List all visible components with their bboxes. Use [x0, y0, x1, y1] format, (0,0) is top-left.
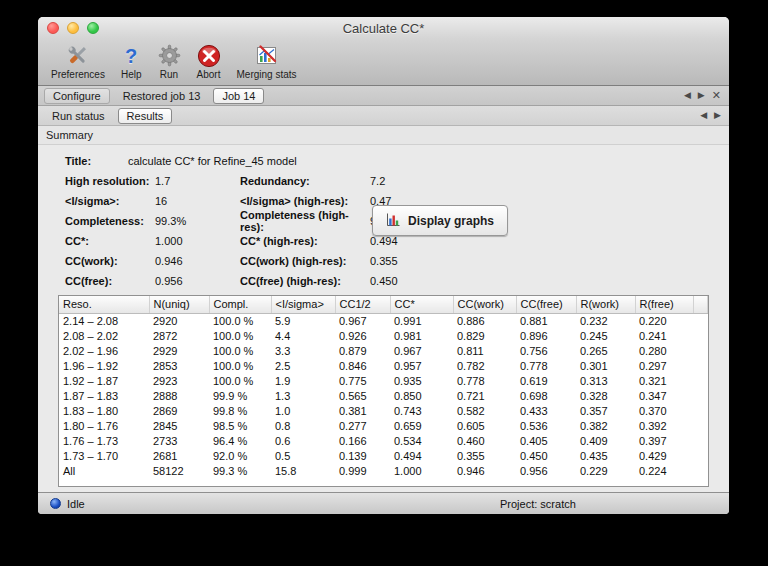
project-label: Project: scratch: [500, 498, 576, 510]
summary-label: Redundancy:: [240, 175, 370, 187]
table-row[interactable]: 1.73 – 1.70268192.0 %0.50.1390.4940.3550…: [59, 448, 708, 463]
table-cell: 1.96 – 1.92: [59, 358, 149, 373]
summary-value: 0.946: [155, 255, 240, 267]
display-graphs-button[interactable]: Display graphs: [372, 205, 508, 236]
summary-value: 1.000: [155, 235, 240, 247]
table-cell-spacer: [693, 373, 708, 388]
subtab-scroll-left-icon[interactable]: ◀: [700, 111, 707, 120]
table-cell: 0.659: [390, 418, 453, 433]
table-cell: 100.0 %: [209, 343, 271, 358]
zoom-window-button[interactable]: [87, 22, 99, 34]
abort-button[interactable]: Abort: [190, 41, 228, 81]
table-row[interactable]: 1.96 – 1.922853100.0 %2.50.8460.9570.782…: [59, 358, 708, 373]
toolbar-item-label: Merging stats: [237, 69, 297, 80]
table-cell-spacer: [693, 328, 708, 343]
table-cell: 0.370: [635, 403, 693, 418]
table-cell: 0.8: [271, 418, 335, 433]
toolbar: Preferences ? Help: [38, 39, 729, 86]
table-cell: 0.241: [635, 328, 693, 343]
table-cell: 2.14 – 2.08: [59, 313, 149, 328]
table-row[interactable]: 1.92 – 1.872923100.0 %1.90.7750.9350.778…: [59, 373, 708, 388]
table-cell: 0.229: [576, 463, 635, 478]
table-cell: 2733: [149, 433, 209, 448]
table-row[interactable]: 2.14 – 2.082920100.0 %5.90.9670.9910.886…: [59, 313, 708, 328]
column-header-compl[interactable]: Compl.: [209, 296, 271, 313]
job-tab-bar: Configure Restored job 13 Job 14 ◀ ▶ ✕: [38, 86, 729, 106]
tab-restored-job-13[interactable]: Restored job 13: [115, 89, 209, 103]
help-button[interactable]: ? Help: [114, 41, 149, 81]
table-cell: 1.92 – 1.87: [59, 373, 149, 388]
column-header-i-sigma[interactable]: <I/sigma>: [271, 296, 335, 313]
close-window-button[interactable]: [47, 22, 59, 34]
table-cell: 1.76 – 1.73: [59, 433, 149, 448]
table-row[interactable]: 2.02 – 1.962929100.0 %3.30.8790.9670.811…: [59, 343, 708, 358]
tab-job-14[interactable]: Job 14: [213, 88, 264, 104]
table-cell: All: [59, 463, 149, 478]
table-cell: 58122: [149, 463, 209, 478]
table-cell: 0.881: [516, 313, 576, 328]
table-cell: 5.9: [271, 313, 335, 328]
table-cell: 0.981: [390, 328, 453, 343]
table-cell: 0.778: [453, 373, 516, 388]
table-cell: 0.321: [635, 373, 693, 388]
tab-results[interactable]: Results: [118, 108, 173, 124]
column-header-n-uniq[interactable]: N(uniq): [149, 296, 209, 313]
table-cell: 99.8 %: [209, 403, 271, 418]
table-cell: 0.534: [390, 433, 453, 448]
traffic-lights: [47, 22, 99, 34]
table-cell: 0.698: [516, 388, 576, 403]
tab-label: Configure: [53, 90, 101, 102]
table-cell-spacer: [693, 433, 708, 448]
column-header-cc-work[interactable]: CC(work): [453, 296, 516, 313]
table-cell: 0.999: [335, 463, 390, 478]
table-cell: 0.991: [390, 313, 453, 328]
table-row[interactable]: All5812299.3 %15.80.9991.0000.9460.9560.…: [59, 463, 708, 478]
summary-panel: Title: calculate CC* for Refine_45 model…: [38, 145, 729, 291]
column-header-cc1-2[interactable]: CC1/2: [335, 296, 390, 313]
column-header-cc-free[interactable]: CC(free): [516, 296, 576, 313]
table-cell: 100.0 %: [209, 313, 271, 328]
tab-run-status[interactable]: Run status: [44, 109, 113, 123]
subtab-scroll-right-icon[interactable]: ▶: [714, 111, 721, 120]
table-row[interactable]: 1.76 – 1.73273396.4 %0.60.1660.5340.4600…: [59, 433, 708, 448]
help-icon: ?: [125, 42, 137, 69]
table-row[interactable]: 2.08 – 2.022872100.0 %4.40.9260.9810.829…: [59, 328, 708, 343]
summary-label: CC*:: [65, 235, 155, 247]
table-row[interactable]: 1.83 – 1.80286999.8 %1.00.3810.7430.5820…: [59, 403, 708, 418]
column-header-r-work[interactable]: R(work): [576, 296, 635, 313]
table-cell: 0.494: [390, 448, 453, 463]
column-header-cc[interactable]: CC*: [390, 296, 453, 313]
tab-close-icon[interactable]: ✕: [712, 90, 721, 101]
result-tab-bar: Run status Results ◀ ▶: [38, 106, 729, 126]
run-button[interactable]: Run: [151, 41, 188, 81]
table-cell: 99.9 %: [209, 388, 271, 403]
table-cell-spacer: [693, 343, 708, 358]
table-cell-spacer: [693, 403, 708, 418]
stats-table-container[interactable]: Reso.N(uniq)Compl.<I/sigma>CC1/2CC*CC(wo…: [58, 295, 709, 487]
column-header-reso[interactable]: Reso.: [59, 296, 149, 313]
tab-scroll-left-icon[interactable]: ◀: [684, 91, 691, 100]
table-row[interactable]: 1.87 – 1.83288899.9 %1.30.5650.8500.7210…: [59, 388, 708, 403]
merging-stats-button[interactable]: Merging stats: [230, 41, 304, 81]
table-cell: 0.405: [516, 433, 576, 448]
table-cell: 1.83 – 1.80: [59, 403, 149, 418]
table-cell: 0.297: [635, 358, 693, 373]
toolbar-item-label: Abort: [197, 69, 221, 80]
tab-label: Results: [127, 110, 164, 122]
table-cell-spacer: [693, 388, 708, 403]
table-cell: 0.886: [453, 313, 516, 328]
bar-chart-icon: [386, 212, 401, 230]
preferences-icon: [65, 42, 90, 69]
column-header-r-free[interactable]: R(free): [635, 296, 693, 313]
table-cell: 0.409: [576, 433, 635, 448]
table-cell: 0.967: [390, 343, 453, 358]
table-cell: 0.232: [576, 313, 635, 328]
minimize-window-button[interactable]: [67, 22, 79, 34]
preferences-button[interactable]: Preferences: [44, 41, 112, 81]
table-cell: 0.301: [576, 358, 635, 373]
table-row[interactable]: 1.80 – 1.76284598.5 %0.80.2770.6590.6050…: [59, 418, 708, 433]
tab-scroll-right-icon[interactable]: ▶: [698, 91, 705, 100]
titlebar[interactable]: Calculate CC*: [38, 17, 729, 39]
table-cell: 0.381: [335, 403, 390, 418]
tab-configure[interactable]: Configure: [44, 88, 110, 104]
